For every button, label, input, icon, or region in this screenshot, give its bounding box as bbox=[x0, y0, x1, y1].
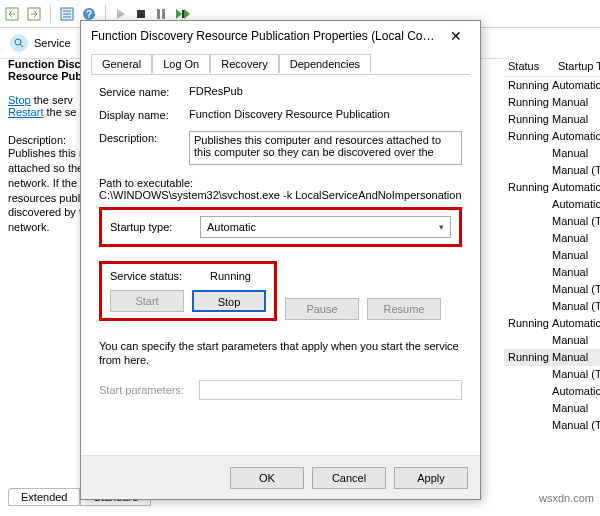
table-row[interactable]: RunningManual bbox=[504, 94, 600, 111]
stop-link[interactable]: Stop bbox=[8, 94, 31, 106]
table-row[interactable]: Manual (T bbox=[504, 366, 600, 383]
display-name-value: Function Discovery Resource Publication bbox=[189, 108, 462, 121]
pause-icon[interactable] bbox=[154, 7, 168, 21]
col-startup[interactable]: Startup Ty bbox=[552, 56, 600, 77]
svg-marker-8 bbox=[117, 9, 125, 19]
table-row[interactable]: Manual bbox=[504, 230, 600, 247]
table-row[interactable]: Manual (T bbox=[504, 162, 600, 179]
path-label: Path to executable: bbox=[99, 177, 462, 189]
properties-dialog: Function Discovery Resource Publication … bbox=[80, 20, 481, 500]
start-params-label: Start parameters: bbox=[99, 384, 199, 396]
cancel-button[interactable]: Cancel bbox=[312, 467, 386, 489]
col-status[interactable]: Status bbox=[504, 56, 552, 77]
dialog-title: Function Discovery Resource Publication … bbox=[91, 29, 440, 43]
table-row[interactable]: Manual (T bbox=[504, 213, 600, 230]
svg-rect-10 bbox=[157, 9, 160, 19]
svg-text:?: ? bbox=[86, 9, 92, 20]
start-params-input bbox=[199, 380, 462, 400]
tab-general[interactable]: General bbox=[91, 54, 152, 74]
table-row[interactable]: RunningAutomatic bbox=[504, 128, 600, 145]
display-name-label: Display name: bbox=[99, 108, 189, 121]
service-name-label: Service name: bbox=[99, 85, 189, 98]
apply-button[interactable]: Apply bbox=[394, 467, 468, 489]
table-row[interactable]: Manual bbox=[504, 247, 600, 264]
table-row[interactable]: Manual bbox=[504, 264, 600, 281]
startup-type-label: Startup type: bbox=[110, 221, 200, 233]
service-status-highlight: Service status: Running Start Stop bbox=[99, 261, 277, 321]
ok-button[interactable]: OK bbox=[230, 467, 304, 489]
pause-button: Pause bbox=[285, 298, 359, 320]
table-row[interactable]: RunningAutomatic bbox=[504, 315, 600, 332]
table-row[interactable]: Automatic bbox=[504, 196, 600, 213]
svg-marker-14 bbox=[184, 9, 190, 19]
close-icon[interactable]: ✕ bbox=[440, 24, 472, 48]
startup-type-select[interactable]: Automatic ▾ bbox=[200, 216, 451, 238]
table-row[interactable]: RunningAutomatic bbox=[504, 179, 600, 196]
startup-type-highlight: Startup type: Automatic ▾ bbox=[99, 207, 462, 247]
table-row[interactable]: Manual (T bbox=[504, 298, 600, 315]
tab-extended[interactable]: Extended bbox=[8, 488, 80, 506]
table-row[interactable]: RunningManual bbox=[504, 349, 600, 366]
svg-marker-12 bbox=[176, 9, 182, 19]
description-label: Description: bbox=[99, 131, 189, 167]
service-status-value: Running bbox=[210, 270, 251, 282]
dialog-footer: OK Cancel Apply bbox=[81, 455, 480, 499]
watermark: wsxdn.com bbox=[539, 492, 594, 504]
start-params-hint: You can specify the start parameters tha… bbox=[99, 339, 462, 368]
startup-type-value: Automatic bbox=[207, 221, 256, 233]
table-row[interactable]: RunningManual bbox=[504, 111, 600, 128]
svg-rect-13 bbox=[182, 10, 184, 18]
service-name-value: FDResPub bbox=[189, 85, 462, 98]
restart-icon[interactable] bbox=[174, 7, 190, 21]
nav-fwd-icon[interactable] bbox=[26, 6, 42, 22]
nav-back-icon[interactable] bbox=[4, 6, 20, 22]
chevron-down-icon: ▾ bbox=[439, 222, 444, 232]
services-label: Service bbox=[34, 37, 71, 49]
table-row[interactable]: Automatic bbox=[504, 383, 600, 400]
service-status-label: Service status: bbox=[110, 270, 210, 282]
stop-icon[interactable] bbox=[134, 7, 148, 21]
description-value[interactable] bbox=[189, 131, 462, 165]
properties-icon[interactable] bbox=[59, 6, 75, 22]
svg-rect-11 bbox=[162, 9, 165, 19]
table-row[interactable]: Manual bbox=[504, 400, 600, 417]
services-icon bbox=[10, 34, 28, 52]
table-row[interactable]: RunningAutomatic bbox=[504, 77, 600, 94]
table-row[interactable]: Manual bbox=[504, 332, 600, 349]
svg-rect-9 bbox=[137, 10, 145, 18]
tab-logon[interactable]: Log On bbox=[152, 54, 210, 73]
tab-dependencies[interactable]: Dependencies bbox=[279, 54, 371, 73]
dialog-tabs: GeneralLog OnRecoveryDependencies bbox=[91, 53, 470, 75]
table-row[interactable]: Manual bbox=[504, 145, 600, 162]
resume-button: Resume bbox=[367, 298, 441, 320]
stop-button[interactable]: Stop bbox=[192, 290, 266, 312]
start-button: Start bbox=[110, 290, 184, 312]
table-row[interactable]: Manual (T bbox=[504, 417, 600, 434]
tab-recovery[interactable]: Recovery bbox=[210, 54, 278, 73]
table-row[interactable]: Manual (T bbox=[504, 281, 600, 298]
restart-link[interactable]: Restart bbox=[8, 106, 43, 118]
dialog-titlebar[interactable]: Function Discovery Resource Publication … bbox=[81, 21, 480, 51]
services-table[interactable]: Status Startup Ty RunningAutomaticRunnin… bbox=[504, 56, 600, 434]
svg-line-16 bbox=[20, 44, 23, 47]
path-value: C:\WINDOWS\system32\svchost.exe -k Local… bbox=[99, 189, 462, 201]
play-icon[interactable] bbox=[114, 7, 128, 21]
